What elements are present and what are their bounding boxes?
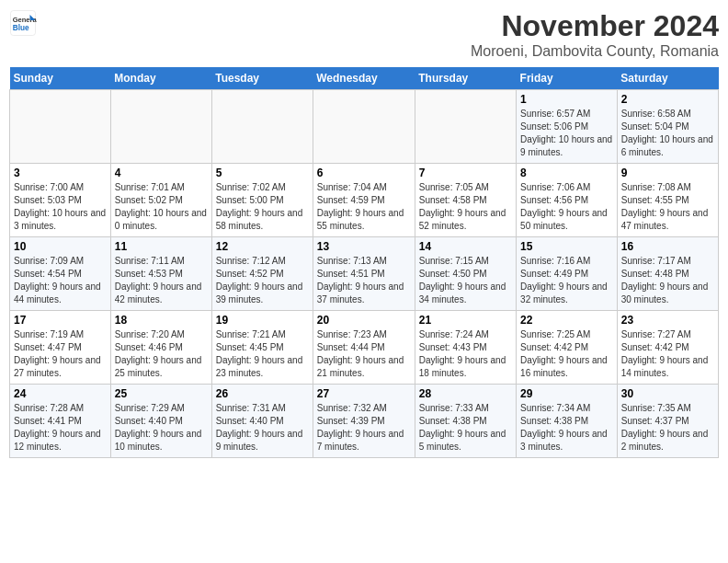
calendar-cell: 1Sunrise: 6:57 AM Sunset: 5:06 PM Daylig… [517,90,618,164]
calendar-cell: 17Sunrise: 7:19 AM Sunset: 4:47 PM Dayli… [10,311,111,385]
calendar-cell: 12Sunrise: 7:12 AM Sunset: 4:52 PM Dayli… [211,237,313,311]
day-number: 25 [115,387,208,400]
day-number: 1 [520,93,613,106]
calendar-week-row: 1Sunrise: 6:57 AM Sunset: 5:06 PM Daylig… [10,90,719,164]
calendar-cell: 6Sunrise: 7:04 AM Sunset: 4:59 PM Daylig… [313,164,415,237]
day-number: 27 [317,387,411,400]
calendar-cell: 19Sunrise: 7:21 AM Sunset: 4:45 PM Dayli… [211,311,313,385]
calendar-cell: 3Sunrise: 7:00 AM Sunset: 5:03 PM Daylig… [10,164,111,237]
day-of-week-header: Friday [517,67,618,90]
calendar-cell: 8Sunrise: 7:06 AM Sunset: 4:56 PM Daylig… [517,164,618,237]
day-number: 21 [419,314,512,327]
calendar-cell: 10Sunrise: 7:09 AM Sunset: 4:54 PM Dayli… [10,237,111,311]
day-info: Sunrise: 7:05 AM Sunset: 4:58 PM Dayligh… [419,181,512,233]
day-number: 19 [216,314,309,327]
calendar-body: 1Sunrise: 6:57 AM Sunset: 5:06 PM Daylig… [10,90,719,458]
day-info: Sunrise: 7:06 AM Sunset: 4:56 PM Dayligh… [520,181,613,233]
day-number: 11 [115,240,208,253]
logo-icon: General Blue [9,9,37,37]
day-info: Sunrise: 7:23 AM Sunset: 4:44 PM Dayligh… [317,328,411,380]
day-info: Sunrise: 7:35 AM Sunset: 4:37 PM Dayligh… [621,402,714,454]
calendar-cell: 2Sunrise: 6:58 AM Sunset: 5:04 PM Daylig… [617,90,718,164]
day-number: 26 [216,387,309,400]
day-info: Sunrise: 7:33 AM Sunset: 4:38 PM Dayligh… [419,402,512,454]
day-of-week-header: Sunday [10,67,111,90]
day-number: 3 [14,167,107,179]
day-info: Sunrise: 6:57 AM Sunset: 5:06 PM Dayligh… [520,108,613,159]
day-number: 9 [621,167,714,179]
calendar-cell [211,90,313,164]
day-of-week-header: Saturday [617,67,718,90]
day-number: 6 [317,167,411,179]
day-info: Sunrise: 7:17 AM Sunset: 4:48 PM Dayligh… [621,255,714,306]
day-number: 22 [520,314,613,327]
day-info: Sunrise: 7:25 AM Sunset: 4:42 PM Dayligh… [520,328,613,380]
day-info: Sunrise: 7:09 AM Sunset: 4:54 PM Dayligh… [14,255,107,306]
day-number: 20 [317,314,411,327]
day-number: 14 [419,240,512,253]
day-number: 23 [621,314,714,327]
day-number: 28 [419,387,512,400]
calendar-cell: 15Sunrise: 7:16 AM Sunset: 4:49 PM Dayli… [517,237,618,311]
calendar-cell: 9Sunrise: 7:08 AM Sunset: 4:55 PM Daylig… [617,164,718,237]
day-number: 29 [520,387,613,400]
day-number: 5 [216,167,309,179]
day-info: Sunrise: 7:02 AM Sunset: 5:00 PM Dayligh… [216,181,309,233]
calendar-cell: 5Sunrise: 7:02 AM Sunset: 5:00 PM Daylig… [211,164,313,237]
calendar-cell: 14Sunrise: 7:15 AM Sunset: 4:50 PM Dayli… [415,237,516,311]
calendar-week-row: 10Sunrise: 7:09 AM Sunset: 4:54 PM Dayli… [10,237,719,311]
calendar-cell: 28Sunrise: 7:33 AM Sunset: 4:38 PM Dayli… [415,385,516,458]
day-number: 7 [419,167,512,179]
day-info: Sunrise: 7:12 AM Sunset: 4:52 PM Dayligh… [216,255,309,306]
calendar-week-row: 24Sunrise: 7:28 AM Sunset: 4:41 PM Dayli… [10,385,719,458]
calendar-week-row: 3Sunrise: 7:00 AM Sunset: 5:03 PM Daylig… [10,164,719,237]
calendar-cell: 16Sunrise: 7:17 AM Sunset: 4:48 PM Dayli… [617,237,718,311]
logo: General Blue [9,9,37,37]
day-info: Sunrise: 7:20 AM Sunset: 4:46 PM Dayligh… [115,328,208,380]
day-info: Sunrise: 7:34 AM Sunset: 4:38 PM Dayligh… [520,402,613,454]
day-info: Sunrise: 7:00 AM Sunset: 5:03 PM Dayligh… [14,181,107,233]
day-info: Sunrise: 7:19 AM Sunset: 4:47 PM Dayligh… [14,328,107,380]
calendar-cell: 7Sunrise: 7:05 AM Sunset: 4:58 PM Daylig… [415,164,516,237]
calendar-cell: 4Sunrise: 7:01 AM Sunset: 5:02 PM Daylig… [110,164,211,237]
day-info: Sunrise: 7:01 AM Sunset: 5:02 PM Dayligh… [115,181,208,233]
title-section: November 2024 Moroeni, Dambovita County,… [471,9,719,60]
day-info: Sunrise: 7:29 AM Sunset: 4:40 PM Dayligh… [115,402,208,454]
day-number: 18 [115,314,208,327]
day-of-week-header: Thursday [415,67,516,90]
day-number: 13 [317,240,411,253]
calendar-cell: 11Sunrise: 7:11 AM Sunset: 4:53 PM Dayli… [110,237,211,311]
day-info: Sunrise: 7:24 AM Sunset: 4:43 PM Dayligh… [419,328,512,380]
page-title: November 2024 [471,9,719,43]
day-info: Sunrise: 7:28 AM Sunset: 4:41 PM Dayligh… [14,402,107,454]
calendar-cell [10,90,111,164]
day-number: 15 [520,240,613,253]
day-number: 8 [520,167,613,179]
day-number: 24 [14,387,107,400]
calendar-cell [110,90,211,164]
day-number: 10 [14,240,107,253]
day-of-week-header: Wednesday [313,67,415,90]
day-number: 2 [621,93,714,106]
calendar-cell: 24Sunrise: 7:28 AM Sunset: 4:41 PM Dayli… [10,385,111,458]
day-info: Sunrise: 7:31 AM Sunset: 4:40 PM Dayligh… [216,402,309,454]
calendar-cell: 30Sunrise: 7:35 AM Sunset: 4:37 PM Dayli… [617,385,718,458]
day-number: 17 [14,314,107,327]
calendar-cell: 22Sunrise: 7:25 AM Sunset: 4:42 PM Dayli… [517,311,618,385]
day-number: 4 [115,167,208,179]
day-info: Sunrise: 7:32 AM Sunset: 4:39 PM Dayligh… [317,402,411,454]
page-header: General Blue November 2024 Moroeni, Damb… [9,9,719,60]
calendar-cell [313,90,415,164]
calendar-cell: 21Sunrise: 7:24 AM Sunset: 4:43 PM Dayli… [415,311,516,385]
day-info: Sunrise: 7:13 AM Sunset: 4:51 PM Dayligh… [317,255,411,306]
day-info: Sunrise: 7:15 AM Sunset: 4:50 PM Dayligh… [419,255,512,306]
page-subtitle: Moroeni, Dambovita County, Romania [471,43,719,60]
day-number: 12 [216,240,309,253]
calendar-cell: 27Sunrise: 7:32 AM Sunset: 4:39 PM Dayli… [313,385,415,458]
calendar-header-row: SundayMondayTuesdayWednesdayThursdayFrid… [10,67,719,90]
day-number: 30 [621,387,714,400]
calendar-table: SundayMondayTuesdayWednesdayThursdayFrid… [9,67,719,458]
calendar-cell: 25Sunrise: 7:29 AM Sunset: 4:40 PM Dayli… [110,385,211,458]
day-info: Sunrise: 7:21 AM Sunset: 4:45 PM Dayligh… [216,328,309,380]
calendar-cell: 29Sunrise: 7:34 AM Sunset: 4:38 PM Dayli… [517,385,618,458]
